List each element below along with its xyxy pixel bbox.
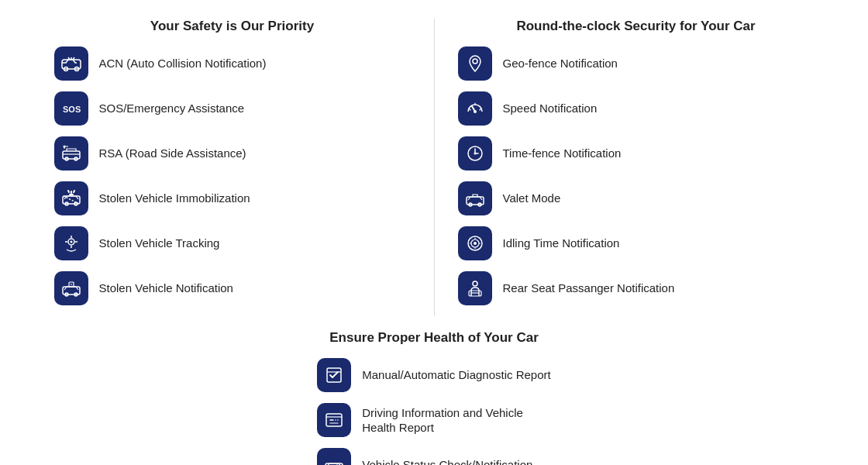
tracking-label: Stolen Vehicle Tracking [99,236,220,251]
health-icon [317,403,351,437]
list-item: Stolen Vehicle Tracking [54,226,220,260]
svg-rect-31 [326,414,342,426]
sos-label: SOS/Emergency Assistance [99,101,245,116]
immobilization-label: Stolen Vehicle Immobilization [99,191,250,206]
right-section: Round-the-clock Security for Your Car Ge… [443,19,830,316]
list-item: Geo-fence Notification [458,46,618,81]
sos-icon: SOS [54,91,88,126]
immobilization-icon [54,181,88,215]
svg-point-21 [474,153,476,155]
svg-point-28 [473,281,477,286]
list-item: ACN (Auto Collision Notification) [54,46,267,81]
diagnostic-label: Manual/Automatic Diagnostic Report [362,367,550,383]
left-section: Your Safety is Our Priority ACN (Auto Co… [39,19,426,316]
section-divider [434,19,435,316]
bottom-section: Ensure Proper Health of Your Car Manual/… [31,330,837,465]
list-item: Valet Mode [458,181,561,215]
valet-icon [458,181,492,215]
geofence-icon [458,46,492,81]
idling-icon [458,226,492,260]
list-item: Speed Notification [458,91,598,126]
svg-point-13 [70,241,72,243]
acn-icon [54,46,88,81]
list-item: Manual/Automatic Diagnostic Report [317,358,550,392]
list-item: Rear Seat Passanger Notification [458,271,675,305]
list-item: Driving Information and Vehicle Health R… [317,403,523,437]
idling-label: Idling Time Notification [503,236,620,251]
bottom-section-title: Ensure Proper Health of Your Car [31,330,837,346]
diagnostic-icon [317,358,351,392]
geofence-label: Geo-fence Notification [503,56,618,71]
valet-label: Valet Mode [503,191,561,206]
timefence-label: Time-fence Notification [503,146,622,161]
svg-point-33 [337,419,339,421]
rsa-icon [54,136,88,170]
list-item: RSA (Road Side Assistance) [54,136,246,170]
timefence-icon [458,136,492,170]
rsa-label: RSA (Road Side Assistance) [99,146,246,161]
top-sections: Your Safety is Our Priority ACN (Auto Co… [31,19,837,316]
svg-text:SOS: SOS [63,105,81,114]
list-item: Idling Time Notification [458,226,620,260]
list-item: SOS SOS/Emergency Assistance [54,91,245,126]
status-label: Vehicle Status Check/Notification [362,457,532,465]
svg-point-32 [335,419,336,421]
tracking-icon [54,226,88,260]
bottom-items: Manual/Automatic Diagnostic Report Drivi… [317,358,550,465]
svg-point-7 [63,146,65,148]
acn-label: ACN (Auto Collision Notification) [99,56,267,71]
stolen-notification-icon [54,271,88,305]
svg-point-27 [474,242,477,245]
rearseat-icon [458,271,492,305]
stolen-notification-label: Stolen Vehicle Notification [99,281,233,296]
svg-point-19 [474,110,477,113]
rearseat-label: Rear Seat Passanger Notification [503,281,675,296]
list-item: Stolen Vehicle Notification [54,271,233,305]
speed-label: Speed Notification [503,101,598,116]
status-icon [317,448,351,465]
right-section-title: Round-the-clock Security for Your Car [458,19,815,34]
svg-point-18 [473,59,477,64]
list-item: Vehicle Status Check/Notification [317,448,532,465]
page: Your Safety is Our Priority ACN (Auto Co… [0,0,868,465]
list-item: Time-fence Notification [458,136,622,170]
left-section-title: Your Safety is Our Priority [54,19,411,34]
speed-icon [458,91,492,126]
list-item: Stolen Vehicle Immobilization [54,181,250,215]
health-label: Driving Information and Vehicle Health R… [362,405,523,436]
